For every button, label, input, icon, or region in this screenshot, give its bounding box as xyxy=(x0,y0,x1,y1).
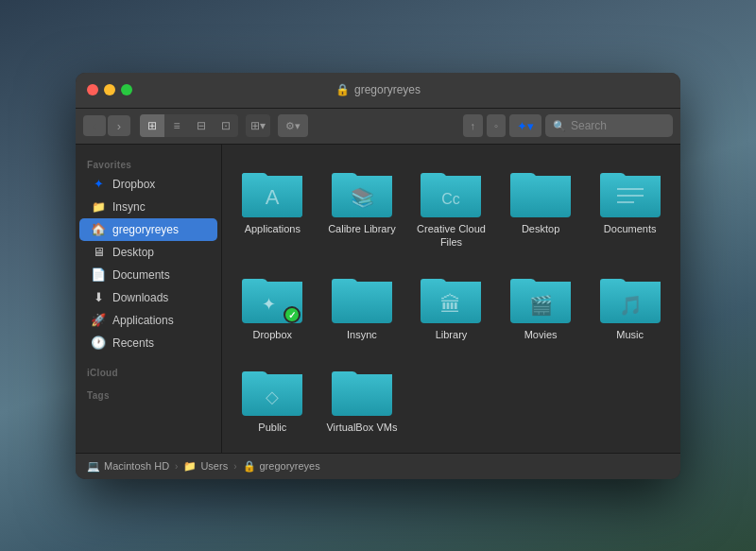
sidebar-item-gregoryreyes[interactable]: 🏠 gregoryreyes xyxy=(79,218,217,241)
svg-text:Cc: Cc xyxy=(442,191,461,207)
close-button[interactable] xyxy=(87,84,98,95)
file-name-dropbox: Dropbox xyxy=(253,328,293,341)
sidebar-item-applications[interactable]: 🚀 Applications xyxy=(79,309,217,332)
folder-icon-music: 🎵 xyxy=(600,272,661,323)
file-item-library[interactable]: 🏛 Library xyxy=(410,265,492,350)
titlebar: 🔒 gregoryreyes xyxy=(76,73,680,109)
breadcrumb-label-users: Users xyxy=(200,460,228,472)
recents-icon: 🕐 xyxy=(91,336,106,351)
breadcrumb-label-gregoryreyes: gregoryreyes xyxy=(260,460,320,472)
file-item-creative-cloud[interactable]: Cc Creative Cloud Files xyxy=(410,159,492,258)
list-view-button[interactable]: ≡ xyxy=(164,114,189,137)
file-name-insync: Insync xyxy=(347,328,377,341)
insync-icon: 📁 xyxy=(91,199,106,215)
file-item-public[interactable]: ◇ Public xyxy=(232,357,314,442)
search-box: 🔍 xyxy=(545,114,673,137)
breadcrumb-arrow-2: › xyxy=(233,461,236,472)
share-button[interactable]: ↑ xyxy=(463,114,484,137)
statusbar: 💻 Macintosh HD › 📁 Users › 🔒 gregoryreye… xyxy=(76,453,680,479)
column-view-button[interactable]: ⊟ xyxy=(189,114,214,137)
main-content: Favorites ✦ Dropbox 📁 Insync 🏠 gregoryre… xyxy=(76,145,680,453)
sidebar-item-dropbox[interactable]: ✦ Dropbox xyxy=(79,173,217,196)
breadcrumb-macintosh-hd[interactable]: 💻 Macintosh HD xyxy=(87,460,169,473)
file-item-desktop[interactable]: Desktop xyxy=(500,159,582,258)
tag-button[interactable]: ◦ xyxy=(487,114,506,137)
forward-button[interactable]: › xyxy=(108,115,130,136)
applications-icon: 🚀 xyxy=(91,313,106,328)
folder-icon-insync xyxy=(332,272,392,323)
file-name-applications: Applications xyxy=(245,222,301,235)
documents-icon: 📄 xyxy=(91,267,106,283)
sidebar-label-documents: Documents xyxy=(112,268,170,282)
breadcrumb-label-hd: Macintosh HD xyxy=(104,460,169,472)
maximize-button[interactable] xyxy=(121,84,132,95)
title-text: gregoryreyes xyxy=(354,83,421,96)
dropbox-toolbar-button[interactable]: ✦▾ xyxy=(509,114,541,137)
user-lock-icon: 🔒 xyxy=(243,460,256,473)
folder-icon-desktop xyxy=(510,166,571,217)
icon-view-button[interactable]: ⊞ xyxy=(140,114,164,137)
hd-icon: 💻 xyxy=(87,460,100,473)
folder-icon-public: ◇ xyxy=(242,365,302,416)
file-name-virtualbox: VirtualBox VMs xyxy=(326,421,397,434)
file-item-virtualbox[interactable]: VirtualBox VMs xyxy=(321,357,404,442)
file-name-calibre: Calibre Library xyxy=(328,222,396,235)
folder-icon-creative-cloud: Cc xyxy=(421,166,481,217)
file-name-library: Library xyxy=(436,328,468,341)
file-name-desktop: Desktop xyxy=(522,222,559,235)
breadcrumb-users[interactable]: 📁 Users xyxy=(183,460,228,473)
traffic-lights xyxy=(76,84,132,95)
file-item-insync[interactable]: Insync xyxy=(321,265,404,350)
file-grid: A Applications 📚 Calibre Library xyxy=(232,159,671,443)
svg-text:✦: ✦ xyxy=(262,295,276,314)
file-item-calibre[interactable]: 📚 Calibre Library xyxy=(321,159,404,258)
svg-text:A: A xyxy=(266,185,280,209)
minimize-button[interactable] xyxy=(104,84,115,95)
file-item-dropbox[interactable]: ✦ ✓ Dropbox xyxy=(232,265,314,350)
folder-icon-dropbox: ✦ ✓ xyxy=(242,272,302,323)
folder-icon-library: 🏛 xyxy=(421,272,481,323)
file-item-documents[interactable]: Documents xyxy=(589,159,671,258)
file-name-music: Music xyxy=(616,328,644,341)
file-item-movies[interactable]: 🎬 Movies xyxy=(500,265,582,350)
file-name-documents: Documents xyxy=(604,222,657,235)
sidebar-label-gregoryreyes: gregoryreyes xyxy=(112,223,179,236)
search-input[interactable] xyxy=(571,119,665,132)
svg-text:◇: ◇ xyxy=(266,387,279,406)
nav-buttons: ‹ › xyxy=(83,115,130,136)
sidebar-item-insync[interactable]: 📁 Insync xyxy=(79,196,217,218)
folder-icon-calibre: 📚 xyxy=(332,166,392,217)
window-title: 🔒 gregoryreyes xyxy=(335,83,421,96)
sidebar-item-documents[interactable]: 📄 Documents xyxy=(79,264,217,286)
finder-window: 🔒 gregoryreyes ‹ › ⊞ ≡ ⊟ ⊡ ⊞▾ ⚙▾ ↑ ◦ ✦▾ … xyxy=(76,73,680,479)
back-button[interactable]: ‹ xyxy=(83,115,106,136)
folder-icon-applications: A xyxy=(242,166,302,217)
icloud-label: iCloud xyxy=(76,362,221,381)
sidebar: Favorites ✦ Dropbox 📁 Insync 🏠 gregoryre… xyxy=(76,145,222,453)
downloads-icon: ⬇ xyxy=(91,290,106,305)
svg-text:🎵: 🎵 xyxy=(618,294,642,317)
cover-view-button[interactable]: ⊡ xyxy=(214,114,238,137)
favorites-label: Favorites xyxy=(76,154,221,173)
file-item-music[interactable]: 🎵 Music xyxy=(589,265,671,350)
folder-icon-movies: 🎬 xyxy=(510,272,571,323)
sidebar-item-recents[interactable]: 🕐 Recents xyxy=(79,332,217,354)
sidebar-label-applications: Applications xyxy=(112,314,174,327)
svg-text:🎬: 🎬 xyxy=(529,294,553,317)
file-area: A Applications 📚 Calibre Library xyxy=(222,145,680,453)
file-item-applications[interactable]: A Applications xyxy=(232,159,314,258)
breadcrumb-arrow-1: › xyxy=(175,461,178,472)
sidebar-label-desktop: Desktop xyxy=(112,246,154,259)
toolbar: ‹ › ⊞ ≡ ⊟ ⊡ ⊞▾ ⚙▾ ↑ ◦ ✦▾ 🔍 xyxy=(76,109,680,145)
sidebar-label-downloads: Downloads xyxy=(112,291,168,304)
breadcrumb-gregoryreyes[interactable]: 🔒 gregoryreyes xyxy=(243,460,320,473)
arrange-button[interactable]: ⊞▾ xyxy=(246,114,270,137)
sidebar-item-downloads[interactable]: ⬇ Downloads xyxy=(79,286,217,309)
svg-text:🏛: 🏛 xyxy=(440,293,461,317)
dropbox-icon: ✦ xyxy=(91,177,106,192)
action-button[interactable]: ⚙▾ xyxy=(278,114,308,137)
desktop-icon: 🖥 xyxy=(91,245,106,260)
sidebar-item-desktop[interactable]: 🖥 Desktop xyxy=(79,241,217,264)
search-icon: 🔍 xyxy=(553,120,566,132)
sidebar-label-dropbox: Dropbox xyxy=(112,178,155,191)
